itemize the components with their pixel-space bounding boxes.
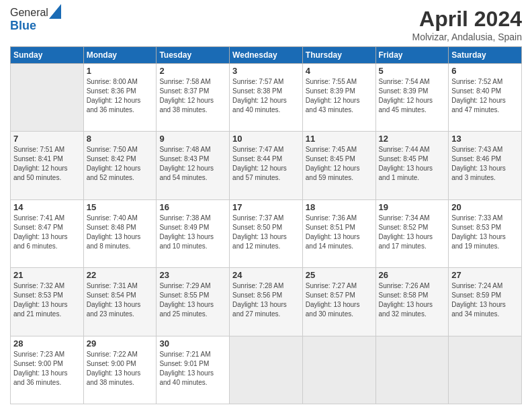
day-info: Sunrise: 7:48 AM Sunset: 8:43 PM Dayligh… <box>159 145 226 183</box>
calendar-cell: 24Sunrise: 7:28 AM Sunset: 8:56 PM Dayli… <box>230 268 303 336</box>
calendar-body: 1Sunrise: 8:00 AM Sunset: 8:36 PM Daylig… <box>11 64 522 404</box>
calendar-cell: 15Sunrise: 7:40 AM Sunset: 8:48 PM Dayli… <box>83 199 157 267</box>
day-number: 14 <box>13 202 81 212</box>
calendar-cell: 6Sunrise: 7:52 AM Sunset: 8:40 PM Daylig… <box>449 64 522 132</box>
calendar-cell: 4Sunrise: 7:55 AM Sunset: 8:39 PM Daylig… <box>302 64 375 132</box>
day-info: Sunrise: 7:54 AM Sunset: 8:39 PM Dayligh… <box>379 77 446 115</box>
day-number: 13 <box>451 134 519 144</box>
day-number: 25 <box>306 270 373 280</box>
calendar-cell: 14Sunrise: 7:41 AM Sunset: 8:47 PM Dayli… <box>11 199 84 267</box>
calendar-cell: 19Sunrise: 7:34 AM Sunset: 8:52 PM Dayli… <box>375 199 449 267</box>
day-info: Sunrise: 7:32 AM Sunset: 8:53 PM Dayligh… <box>13 281 81 319</box>
day-info: Sunrise: 7:47 AM Sunset: 8:44 PM Dayligh… <box>232 145 300 183</box>
day-number: 22 <box>87 270 154 280</box>
day-number: 10 <box>232 134 300 144</box>
day-number: 17 <box>232 202 300 212</box>
day-number: 6 <box>451 66 519 76</box>
calendar-cell: 23Sunrise: 7:29 AM Sunset: 8:55 PM Dayli… <box>157 268 230 336</box>
day-info: Sunrise: 7:28 AM Sunset: 8:56 PM Dayligh… <box>232 281 300 319</box>
day-info: Sunrise: 7:41 AM Sunset: 8:47 PM Dayligh… <box>13 214 81 251</box>
logo-general-text: General <box>10 7 48 19</box>
day-info: Sunrise: 7:37 AM Sunset: 8:50 PM Dayligh… <box>232 214 300 251</box>
calendar-cell <box>230 336 303 404</box>
svg-marker-0 <box>49 4 61 19</box>
day-info: Sunrise: 7:38 AM Sunset: 8:49 PM Dayligh… <box>159 214 226 251</box>
weekday-header-friday: Friday <box>375 47 449 64</box>
calendar-cell: 17Sunrise: 7:37 AM Sunset: 8:50 PM Dayli… <box>230 199 303 267</box>
day-info: Sunrise: 7:44 AM Sunset: 8:45 PM Dayligh… <box>379 145 446 183</box>
page-header: General Blue April 2024 Molvizar, Andalu… <box>10 7 522 42</box>
week-row-4: 21Sunrise: 7:32 AM Sunset: 8:53 PM Dayli… <box>11 268 522 336</box>
day-number: 8 <box>87 134 154 144</box>
day-number: 30 <box>159 338 226 349</box>
day-number: 26 <box>379 270 446 280</box>
day-info: Sunrise: 7:45 AM Sunset: 8:45 PM Dayligh… <box>306 145 373 183</box>
calendar-cell: 3Sunrise: 7:57 AM Sunset: 8:38 PM Daylig… <box>230 64 303 132</box>
day-info: Sunrise: 7:55 AM Sunset: 8:39 PM Dayligh… <box>306 77 373 115</box>
weekday-header-saturday: Saturday <box>449 47 522 64</box>
day-number: 29 <box>87 338 154 349</box>
day-info: Sunrise: 7:22 AM Sunset: 9:00 PM Dayligh… <box>87 350 154 387</box>
day-number: 5 <box>379 66 446 76</box>
day-number: 7 <box>13 134 81 144</box>
calendar-cell: 7Sunrise: 7:51 AM Sunset: 8:41 PM Daylig… <box>11 132 84 199</box>
calendar-cell: 11Sunrise: 7:45 AM Sunset: 8:45 PM Dayli… <box>302 132 375 199</box>
calendar-cell: 25Sunrise: 7:27 AM Sunset: 8:57 PM Dayli… <box>302 268 375 336</box>
day-info: Sunrise: 7:23 AM Sunset: 9:00 PM Dayligh… <box>13 350 81 387</box>
calendar-cell: 29Sunrise: 7:22 AM Sunset: 9:00 PM Dayli… <box>83 336 157 404</box>
weekday-header-tuesday: Tuesday <box>157 47 230 64</box>
calendar-cell: 21Sunrise: 7:32 AM Sunset: 8:53 PM Dayli… <box>11 268 84 336</box>
day-info: Sunrise: 7:36 AM Sunset: 8:51 PM Dayligh… <box>306 214 373 251</box>
calendar-cell: 2Sunrise: 7:58 AM Sunset: 8:37 PM Daylig… <box>157 64 230 132</box>
day-info: Sunrise: 7:43 AM Sunset: 8:46 PM Dayligh… <box>451 145 519 183</box>
day-info: Sunrise: 7:24 AM Sunset: 8:59 PM Dayligh… <box>451 281 519 319</box>
weekday-header-wednesday: Wednesday <box>230 47 303 64</box>
logo-icon <box>49 4 61 19</box>
calendar-cell <box>375 336 449 404</box>
day-info: Sunrise: 7:51 AM Sunset: 8:41 PM Dayligh… <box>13 145 81 183</box>
day-info: Sunrise: 7:26 AM Sunset: 8:58 PM Dayligh… <box>379 281 446 319</box>
week-row-1: 1Sunrise: 8:00 AM Sunset: 8:36 PM Daylig… <box>11 64 522 132</box>
day-info: Sunrise: 7:34 AM Sunset: 8:52 PM Dayligh… <box>379 214 446 251</box>
calendar-cell <box>302 336 375 404</box>
day-info: Sunrise: 7:21 AM Sunset: 9:01 PM Dayligh… <box>159 350 226 387</box>
day-number: 24 <box>232 270 300 280</box>
day-number: 15 <box>87 202 154 212</box>
calendar-cell: 18Sunrise: 7:36 AM Sunset: 8:51 PM Dayli… <box>302 199 375 267</box>
calendar-cell: 8Sunrise: 7:50 AM Sunset: 8:42 PM Daylig… <box>83 132 157 199</box>
week-row-5: 28Sunrise: 7:23 AM Sunset: 9:00 PM Dayli… <box>11 336 522 404</box>
day-number: 4 <box>306 66 373 76</box>
day-number: 21 <box>13 270 81 280</box>
day-number: 1 <box>87 66 154 76</box>
calendar-cell: 22Sunrise: 7:31 AM Sunset: 8:54 PM Dayli… <box>83 268 157 336</box>
calendar-cell: 27Sunrise: 7:24 AM Sunset: 8:59 PM Dayli… <box>449 268 522 336</box>
calendar-cell: 13Sunrise: 7:43 AM Sunset: 8:46 PM Dayli… <box>449 132 522 199</box>
weekday-header-sunday: Sunday <box>11 47 84 64</box>
day-number: 20 <box>451 202 519 212</box>
day-number: 19 <box>379 202 446 212</box>
month-title: April 2024 <box>412 7 522 32</box>
day-info: Sunrise: 7:29 AM Sunset: 8:55 PM Dayligh… <box>159 281 226 319</box>
day-number: 27 <box>451 270 519 280</box>
calendar-cell: 1Sunrise: 8:00 AM Sunset: 8:36 PM Daylig… <box>83 64 157 132</box>
weekday-header-row: SundayMondayTuesdayWednesdayThursdayFrid… <box>11 47 522 64</box>
day-info: Sunrise: 7:40 AM Sunset: 8:48 PM Dayligh… <box>87 214 154 251</box>
title-section: April 2024 Molvizar, Andalusia, Spain <box>412 7 522 42</box>
calendar-cell: 10Sunrise: 7:47 AM Sunset: 8:44 PM Dayli… <box>230 132 303 199</box>
calendar-cell: 12Sunrise: 7:44 AM Sunset: 8:45 PM Dayli… <box>375 132 449 199</box>
calendar-cell: 30Sunrise: 7:21 AM Sunset: 9:01 PM Dayli… <box>157 336 230 404</box>
day-number: 9 <box>159 134 226 144</box>
calendar-cell <box>11 64 84 132</box>
location-subtitle: Molvizar, Andalusia, Spain <box>412 32 522 42</box>
week-row-3: 14Sunrise: 7:41 AM Sunset: 8:47 PM Dayli… <box>11 199 522 267</box>
day-number: 18 <box>306 202 373 212</box>
day-number: 23 <box>159 270 226 280</box>
calendar-cell <box>449 336 522 404</box>
day-number: 28 <box>13 338 81 349</box>
day-info: Sunrise: 7:33 AM Sunset: 8:53 PM Dayligh… <box>451 214 519 251</box>
day-info: Sunrise: 7:57 AM Sunset: 8:38 PM Dayligh… <box>232 77 300 115</box>
day-info: Sunrise: 7:58 AM Sunset: 8:37 PM Dayligh… <box>159 77 226 115</box>
day-info: Sunrise: 7:50 AM Sunset: 8:42 PM Dayligh… <box>87 145 154 183</box>
day-number: 3 <box>232 66 300 76</box>
calendar-cell: 28Sunrise: 7:23 AM Sunset: 9:00 PM Dayli… <box>11 336 84 404</box>
